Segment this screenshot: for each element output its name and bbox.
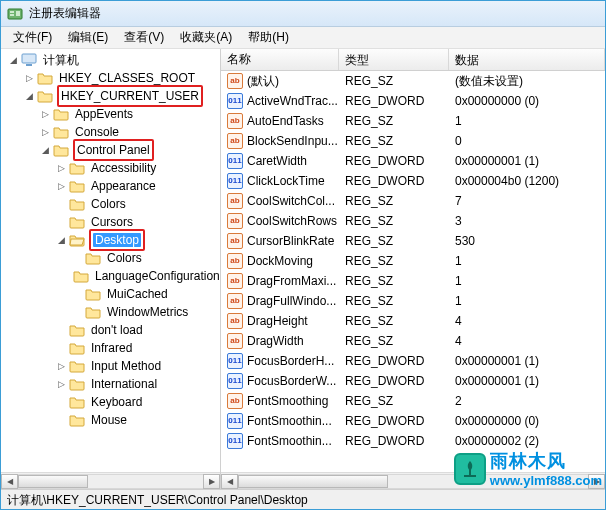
- tree-appevents[interactable]: ▷AppEvents: [39, 105, 220, 123]
- folder-icon: [37, 89, 53, 103]
- folder-icon: [69, 161, 85, 175]
- value-data: (数值未设置): [449, 73, 605, 90]
- tree-infrared[interactable]: Infrared: [55, 339, 220, 357]
- tree-international[interactable]: ▷International: [55, 375, 220, 393]
- scroll-track[interactable]: [238, 474, 588, 489]
- expand-icon[interactable]: ▷: [55, 378, 67, 390]
- expand-icon[interactable]: ▷: [55, 360, 67, 372]
- value-name: CaretWidth: [247, 154, 307, 168]
- expand-icon[interactable]: ▷: [55, 162, 67, 174]
- svg-rect-3: [16, 11, 20, 16]
- list-row[interactable]: abCoolSwitchRowsREG_SZ3: [221, 211, 605, 231]
- collapse-icon[interactable]: ◢: [55, 234, 67, 246]
- list-row[interactable]: 011FocusBorderW...REG_DWORD0x00000001 (1…: [221, 371, 605, 391]
- scroll-left-icon[interactable]: ◀: [1, 474, 18, 489]
- scroll-thumb[interactable]: [238, 475, 388, 488]
- value-data: 0x00000002 (2): [449, 434, 605, 448]
- menubar: 文件(F) 编辑(E) 查看(V) 收藏夹(A) 帮助(H): [1, 27, 605, 49]
- collapse-icon[interactable]: ◢: [23, 90, 35, 102]
- list-row[interactable]: 011ActiveWndTrac...REG_DWORD0x00000000 (…: [221, 91, 605, 111]
- tree-accessibility[interactable]: ▷Accessibility: [55, 159, 220, 177]
- column-type[interactable]: 类型: [339, 49, 449, 70]
- tree-desktop-colors[interactable]: Colors: [71, 249, 220, 267]
- binary-value-icon: 011: [227, 93, 243, 109]
- string-value-icon: ab: [227, 293, 243, 309]
- registry-tree[interactable]: ◢ 计算机 ▷HKEY_CLASSES_ROOT ◢HKEY_CURRENT_U…: [1, 49, 220, 431]
- value-type: REG_DWORD: [339, 154, 449, 168]
- tree-desktop[interactable]: ◢Desktop: [55, 231, 220, 249]
- tree-root[interactable]: ◢ 计算机: [7, 51, 220, 69]
- value-name: FontSmoothin...: [247, 434, 332, 448]
- scroll-right-icon[interactable]: ▶: [203, 474, 220, 489]
- list-row[interactable]: abDragHeightREG_SZ4: [221, 311, 605, 331]
- value-type: REG_SZ: [339, 114, 449, 128]
- tree-colors[interactable]: Colors: [55, 195, 220, 213]
- svg-rect-5: [26, 64, 32, 66]
- string-value-icon: ab: [227, 253, 243, 269]
- computer-icon: [21, 53, 37, 67]
- value-name: (默认): [247, 73, 279, 90]
- column-data[interactable]: 数据: [449, 49, 605, 70]
- tree-controlpanel[interactable]: ◢Control Panel: [39, 141, 220, 159]
- expand-icon[interactable]: ▷: [39, 126, 51, 138]
- tree-winmetrics[interactable]: WindowMetrics: [71, 303, 220, 321]
- tree-hkcu[interactable]: ◢HKEY_CURRENT_USER: [23, 87, 220, 105]
- titlebar[interactable]: 注册表编辑器: [1, 1, 605, 27]
- string-value-icon: ab: [227, 233, 243, 249]
- value-name: FocusBorderH...: [247, 354, 334, 368]
- list-row[interactable]: 011FontSmoothin...REG_DWORD0x00000002 (2…: [221, 431, 605, 451]
- expand-icon[interactable]: ▷: [39, 108, 51, 120]
- expand-icon[interactable]: ▷: [55, 180, 67, 192]
- scroll-track[interactable]: [18, 474, 203, 489]
- list-row[interactable]: ab(默认)REG_SZ(数值未设置): [221, 71, 605, 91]
- string-value-icon: ab: [227, 73, 243, 89]
- tree-appearance[interactable]: ▷Appearance: [55, 177, 220, 195]
- value-type: REG_DWORD: [339, 434, 449, 448]
- column-name[interactable]: 名称: [221, 49, 339, 70]
- menu-edit[interactable]: 编辑(E): [60, 27, 116, 48]
- list-row[interactable]: abDragWidthREG_SZ4: [221, 331, 605, 351]
- menu-file[interactable]: 文件(F): [5, 27, 60, 48]
- status-path: 计算机\HKEY_CURRENT_USER\Control Panel\Desk…: [7, 493, 308, 507]
- collapse-icon[interactable]: ◢: [7, 54, 19, 66]
- menu-view[interactable]: 查看(V): [116, 27, 172, 48]
- list-row[interactable]: 011FontSmoothin...REG_DWORD0x00000000 (0…: [221, 411, 605, 431]
- list-row[interactable]: abDragFromMaxi...REG_SZ1: [221, 271, 605, 291]
- collapse-icon[interactable]: ◢: [39, 144, 51, 156]
- list-row[interactable]: abBlockSendInpu...REG_SZ0: [221, 131, 605, 151]
- tree-langcfg[interactable]: LanguageConfiguration: [71, 267, 220, 285]
- menu-help[interactable]: 帮助(H): [240, 27, 297, 48]
- scroll-left-icon[interactable]: ◀: [221, 474, 238, 489]
- menu-fav[interactable]: 收藏夹(A): [172, 27, 240, 48]
- list-row[interactable]: 011FocusBorderH...REG_DWORD0x00000001 (1…: [221, 351, 605, 371]
- tree-dontload[interactable]: don't load: [55, 321, 220, 339]
- value-data: 0x00000001 (1): [449, 374, 605, 388]
- string-value-icon: ab: [227, 393, 243, 409]
- value-type: REG_SZ: [339, 394, 449, 408]
- list-row[interactable]: abDockMovingREG_SZ1: [221, 251, 605, 271]
- tree-hscrollbar[interactable]: ◀ ▶: [1, 472, 220, 489]
- value-list[interactable]: ab(默认)REG_SZ(数值未设置)011ActiveWndTrac...RE…: [221, 71, 605, 472]
- value-name: DockMoving: [247, 254, 313, 268]
- tree-inputmethod[interactable]: ▷Input Method: [55, 357, 220, 375]
- tree-mouse[interactable]: Mouse: [55, 411, 220, 429]
- scroll-thumb[interactable]: [18, 475, 88, 488]
- list-row[interactable]: abFontSmoothingREG_SZ2: [221, 391, 605, 411]
- value-data: 4: [449, 334, 605, 348]
- value-type: REG_SZ: [339, 234, 449, 248]
- folder-icon: [53, 143, 69, 157]
- tree-muicached[interactable]: MuiCached: [71, 285, 220, 303]
- folder-icon: [69, 413, 85, 427]
- list-row[interactable]: abAutoEndTasksREG_SZ1: [221, 111, 605, 131]
- string-value-icon: ab: [227, 133, 243, 149]
- list-row[interactable]: abDragFullWindo...REG_SZ1: [221, 291, 605, 311]
- tree-keyboard[interactable]: Keyboard: [55, 393, 220, 411]
- list-hscrollbar[interactable]: ◀ ▶: [221, 472, 605, 489]
- list-row[interactable]: abCoolSwitchCol...REG_SZ7: [221, 191, 605, 211]
- expand-icon[interactable]: ▷: [23, 72, 35, 84]
- list-row[interactable]: abCursorBlinkRateREG_SZ530: [221, 231, 605, 251]
- value-name: FontSmoothin...: [247, 414, 332, 428]
- scroll-right-icon[interactable]: ▶: [588, 474, 605, 489]
- list-row[interactable]: 011ClickLockTimeREG_DWORD0x000004b0 (120…: [221, 171, 605, 191]
- list-row[interactable]: 011CaretWidthREG_DWORD0x00000001 (1): [221, 151, 605, 171]
